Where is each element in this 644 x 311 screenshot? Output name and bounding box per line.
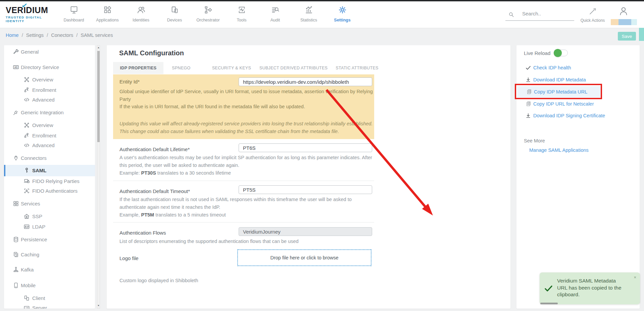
description-line: this period, the user will be asked to a… [119, 162, 372, 169]
nav-item-settings[interactable]: Settings [326, 3, 359, 22]
download-idp-signing-certificate-link[interactable]: Download IDP Signing Certificate [516, 111, 627, 120]
description-line: List of descriptors enumerating the supp… [119, 238, 299, 245]
breadcrumb: Home/Settings/Conectors/SAML services [6, 28, 113, 43]
scroll-up-arrow-icon[interactable]: ▲ [97, 46, 100, 49]
check-idp-health-link[interactable]: Check IDP health [516, 63, 627, 72]
tab-security-keys[interactable]: SECURITY & KEYS [210, 62, 253, 74]
manage-saml-applications-link[interactable]: Manage SAML Applications [529, 147, 589, 153]
tab-static-attributes[interactable]: STATIC ATTRIBUTES [330, 62, 384, 74]
sidebar-item-caching[interactable]: Caching [4, 250, 95, 260]
tab-subject-derived-attributes[interactable]: SUBJECT DERIVED ATTRIBUTES [259, 62, 323, 74]
description-line: Custom logo displayed in Shibboleth [119, 277, 198, 285]
sidebar-item-ds-overview[interactable]: Overview [4, 75, 95, 85]
applications-icon [103, 5, 112, 14]
sidebar-item-persistence[interactable]: Persistence [4, 235, 95, 245]
checkmark-icon [525, 65, 531, 71]
user-avatar-icon[interactable] [618, 5, 629, 17]
search-input[interactable] [522, 11, 573, 16]
auth-default-lifetime-description: A user's authentication results may be u… [119, 154, 372, 177]
nav-item-statistics[interactable]: Statistics [292, 3, 326, 22]
breadcrumb-separator: / [47, 33, 48, 38]
tab-spnego[interactable]: SPNEGO [166, 62, 196, 74]
toast-close-icon[interactable]: × [634, 275, 636, 280]
breadcrumb-home-link[interactable]: Home [6, 33, 19, 38]
nav-item-audit[interactable]: Audit [258, 3, 292, 22]
logo-title: VERIDIUM ✓ [6, 5, 59, 15]
nav-item-label: Applications [91, 18, 124, 22]
sidebar-item-connectors[interactable]: Connectors [4, 153, 95, 163]
nav-item-tools[interactable]: Tools [225, 3, 258, 22]
devices-icon [170, 5, 179, 14]
sidebar-item-saml[interactable]: SAML [4, 165, 95, 176]
action-label: Check IDP health [533, 65, 571, 70]
logo-subtitle: TRUSTED DIGITAL IDENTITY [6, 15, 59, 23]
live-reload-toggle[interactable] [554, 50, 568, 56]
sidebar-item-label: Enrollment [32, 133, 56, 138]
sidebar-item-general[interactable]: General [4, 47, 95, 57]
sidebar-item-kafka[interactable]: Kafka [4, 265, 95, 275]
veridium-logo: VERIDIUM ✓ TRUSTED DIGITAL IDENTITY [6, 5, 59, 23]
clipboard-toast-notification: Veridium SAML Metadata URL has been copi… [540, 272, 640, 304]
auth-default-lifetime-input[interactable] [239, 143, 372, 152]
sidebar-item-fido-authenticators[interactable]: FIDO Authenticators [4, 186, 95, 196]
description-line: If the last authentication result is not… [119, 196, 352, 203]
warning-line: This change could also cause failures wh… [119, 128, 373, 135]
breadcrumb-conectors-link[interactable]: Conectors [51, 33, 73, 38]
download-idp-metadata-link[interactable]: Download IDP Metadata [516, 75, 627, 84]
sidebar-item-label: FIDO Relying Parties [32, 178, 80, 184]
server-icon [23, 305, 30, 309]
toast-progress-bar [540, 303, 558, 304]
nav-item-identities[interactable]: Identities [124, 3, 158, 22]
auth-default-timeout-input[interactable] [239, 185, 372, 194]
sidebar-item-services[interactable]: Services [4, 199, 95, 209]
entity-id-input[interactable] [239, 77, 372, 86]
action-label: Copy IDP URL for Netscaler [533, 101, 594, 107]
download-icon [525, 77, 531, 83]
sidebar-item-server[interactable]: Server [4, 303, 95, 309]
topology-icon [23, 76, 30, 83]
sidebar-item-fido-relying-parties[interactable]: FIDO Relying Parties [4, 176, 95, 186]
sidebar-item-label: Directory Service [21, 64, 59, 70]
sidebar-item-ssp[interactable]: SSP [4, 211, 95, 222]
nav-item-applications[interactable]: Applications [91, 3, 124, 22]
copy-idp-url-netscaler-link[interactable]: Copy IDP URL for Netscaler [516, 99, 627, 109]
copy-idp-metadata-url-link[interactable]: Copy IDP Metadata URL [517, 86, 601, 98]
save-button[interactable]: Save [618, 32, 636, 41]
search-icon[interactable] [508, 11, 514, 18]
edge-accent-block [639, 28, 644, 41]
copy-icon [526, 89, 532, 95]
sidebar-item-ds-enrollment[interactable]: Enrollment [4, 85, 95, 95]
sidebar-item-directory-service[interactable]: ADDirectory Service [4, 62, 95, 72]
nav-item-orchestrator[interactable]: Orchestrator [191, 3, 225, 22]
sidebar-item-ldap[interactable]: LDAP [4, 222, 95, 232]
nav-item-label: Statistics [292, 18, 326, 22]
sidebar-item-gi-advanced[interactable]: Advanced [4, 140, 95, 150]
sidebar-item-client[interactable]: Client [4, 293, 95, 303]
sidebar-item-gi-enrollment[interactable]: Enrollment [4, 131, 95, 141]
see-more-label: See More [524, 138, 545, 143]
action-label: Download IDP Signing Certificate [533, 113, 605, 118]
scroll-down-arrow-icon[interactable]: ▼ [97, 304, 100, 307]
sidebar-item-label: Overview [32, 77, 53, 82]
sidebar-item-label: Server [32, 305, 47, 309]
breadcrumb-settings-link[interactable]: Settings [26, 33, 44, 38]
sidebar-item-mobile[interactable]: Mobile [4, 281, 95, 291]
entity-id-description: Global unique identifier of IdP Service,… [119, 88, 373, 111]
logo-file-dropzone[interactable]: Drop file here or click to browse [237, 249, 371, 266]
sidebar-item-label: SAML [32, 168, 47, 173]
kafka-network-icon [13, 266, 19, 273]
nav-item-devices[interactable]: Devices [158, 3, 191, 22]
idp-actions-panel: Live Reload Check IDP health Download ID… [516, 45, 640, 309]
sidebar-item-generic-integration[interactable]: Generic Integration [4, 108, 95, 118]
sidebar-item-label: Enrollment [32, 87, 56, 93]
description-line: A user's authentication results may be u… [119, 154, 372, 162]
plug-icon [13, 155, 19, 161]
tab-idp-properties[interactable]: IDP PROPERTIES [113, 62, 163, 74]
quick-actions-button[interactable]: Quick Actions [580, 7, 605, 23]
face-id-icon [23, 188, 30, 194]
sidebar-item-gi-overview[interactable]: Overview [4, 120, 95, 130]
scrollbar-thumb[interactable] [97, 51, 100, 142]
nav-item-dashboard[interactable]: Dashboard [57, 3, 91, 22]
sidebar-item-ds-advanced[interactable]: Advanced [4, 95, 95, 105]
statistics-icon [304, 5, 313, 14]
